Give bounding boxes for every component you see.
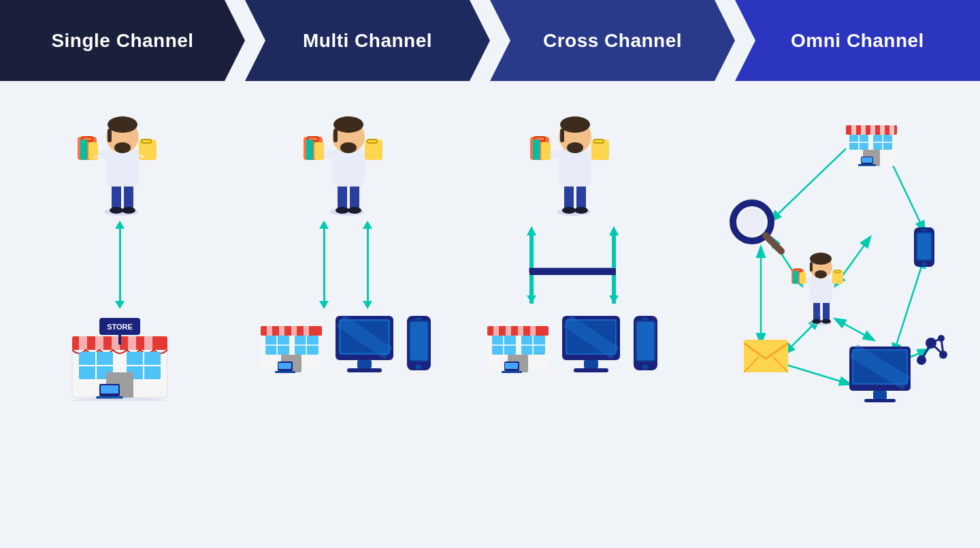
svg-rect-22 [79,336,87,350]
svg-point-94 [560,116,590,133]
svg-rect-120 [493,326,499,336]
svg-rect-174 [917,233,931,259]
svg-rect-74 [278,363,291,369]
svg-rect-121 [506,326,511,336]
svg-rect-62 [279,326,284,336]
svg-rect-46 [332,149,365,187]
single-shopper [65,101,174,217]
svg-rect-159 [870,125,875,135]
svg-rect-202 [809,276,832,303]
svg-point-91 [574,207,588,214]
svg-point-206 [815,270,827,278]
multi-channel-section [233,95,459,534]
svg-rect-142 [637,322,654,360]
single-channel-tab: Single Channel [0,0,245,81]
svg-rect-26 [144,336,152,350]
svg-rect-161 [889,125,894,135]
svg-rect-73 [275,371,295,373]
svg-rect-160 [880,125,885,135]
svg-rect-170 [858,164,876,166]
svg-rect-211 [793,271,798,284]
single-store: STORE [62,312,178,404]
svg-point-45 [348,207,361,214]
svg-rect-95 [560,129,564,142]
svg-rect-106 [529,236,534,268]
main-content: STORE [0,81,980,548]
cross-shopper [518,101,627,217]
svg-rect-25 [128,336,136,350]
svg-rect-205 [810,262,813,272]
svg-rect-157 [851,125,856,135]
single-channel-label: Single Channel [51,30,193,52]
svg-point-96 [567,142,583,153]
svg-point-200 [812,319,821,324]
svg-rect-5 [106,149,139,187]
cross-channel-section [459,95,685,534]
svg-rect-123 [530,326,536,336]
svg-rect-171 [862,157,872,163]
svg-rect-132 [502,371,522,373]
svg-text:STORE: STORE [107,323,133,331]
cross-channel-tab: Cross Channel [490,0,735,81]
svg-point-143 [642,364,648,370]
multi-arrows [319,221,372,309]
multi-stores [257,312,434,374]
svg-line-145 [771,139,856,221]
svg-point-50 [340,142,357,153]
svg-point-175 [922,262,926,266]
single-arrow [115,221,125,309]
svg-rect-181 [873,391,887,399]
svg-rect-176 [921,229,928,231]
svg-rect-61 [267,326,272,336]
svg-point-48 [333,116,363,133]
svg-rect-84 [410,322,427,360]
cross-bracket-arrows [494,221,651,309]
svg-rect-92 [559,149,591,187]
svg-point-44 [336,207,349,214]
cross-channel-label: Cross Channel [543,30,682,52]
svg-rect-39 [118,335,121,344]
svg-rect-138 [584,360,598,368]
svg-rect-14 [80,140,87,160]
svg-point-195 [738,208,766,236]
svg-rect-63 [291,326,297,336]
svg-rect-158 [861,125,866,135]
svg-rect-139 [574,368,608,372]
header-banner: Single Channel Multi Channel Cross Chann… [0,0,980,81]
omni-channel-tab: Omni Channel [735,0,980,81]
svg-rect-36 [101,385,118,393]
svg-rect-56 [314,142,324,160]
svg-marker-111 [609,226,619,236]
svg-line-154 [836,319,873,340]
svg-point-7 [108,116,137,133]
omni-channel-section [685,95,973,534]
svg-rect-182 [864,399,896,402]
svg-point-90 [562,207,576,214]
svg-point-4 [122,207,135,214]
svg-rect-117 [529,272,616,275]
svg-rect-112 [612,236,616,268]
svg-rect-101 [533,140,540,160]
svg-rect-144 [642,318,649,320]
cross-stores [484,312,661,374]
svg-rect-80 [357,360,372,368]
svg-line-147 [894,258,924,353]
svg-rect-122 [518,326,523,336]
omni-channel-label: Omni Channel [791,30,924,52]
svg-point-3 [110,207,123,214]
svg-rect-64 [304,326,309,336]
svg-point-9 [114,142,131,153]
omni-network-diagram [703,101,955,442]
svg-marker-105 [527,226,536,236]
svg-rect-86 [415,318,422,320]
svg-rect-55 [306,140,313,160]
svg-point-40 [72,398,167,401]
svg-rect-191 [744,340,788,372]
svg-rect-110 [612,268,616,272]
svg-rect-133 [505,363,518,369]
svg-rect-23 [95,336,103,350]
multi-channel-label: Multi Channel [303,30,432,52]
svg-point-204 [810,253,832,265]
multi-shopper [291,101,400,217]
svg-rect-49 [333,129,338,142]
